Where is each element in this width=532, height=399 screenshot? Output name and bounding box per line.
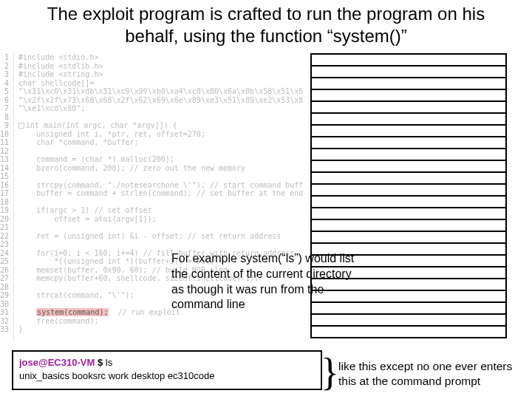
- stack-row: [312, 197, 505, 208]
- stack-row: [312, 149, 505, 161]
- terminal-example: jose@EC310-VM $ ls unix_basics booksrc w…: [12, 350, 322, 390]
- example-annotation: For example system(“ls”) would list the …: [171, 251, 361, 313]
- stack-row: [312, 66, 505, 78]
- stack-row: [312, 90, 505, 102]
- line-number-gutter: 1234567891011121314151617181920212223242…: [0, 53, 14, 341]
- stack-row: [312, 137, 505, 149]
- stack-row: [312, 161, 505, 173]
- terminal-output: unix_basics booksrc work desktop ec310co…: [19, 369, 315, 383]
- stack-row: [312, 114, 505, 126]
- terminal-user: jose@EC310-VM: [19, 357, 95, 368]
- stack-row: [312, 220, 505, 232]
- stack-row: [312, 55, 505, 66]
- stack-row: [312, 208, 505, 220]
- stack-row: [312, 126, 505, 137]
- slide-title: The exploit program is crafted to run th…: [0, 0, 532, 53]
- terminal-command: ls: [106, 357, 112, 368]
- like-except-annotation: like this except no one ever enters this…: [338, 359, 525, 389]
- stack-row: [312, 173, 505, 185]
- stack-row: [312, 327, 505, 338]
- stack-row: [312, 185, 505, 197]
- stack-row: [312, 102, 505, 114]
- stack-row: [312, 232, 505, 244]
- brace-icon: }: [321, 353, 339, 392]
- stack-row: [312, 315, 505, 327]
- terminal-prompt-suffix: $: [95, 357, 105, 368]
- stack-row: [312, 78, 505, 90]
